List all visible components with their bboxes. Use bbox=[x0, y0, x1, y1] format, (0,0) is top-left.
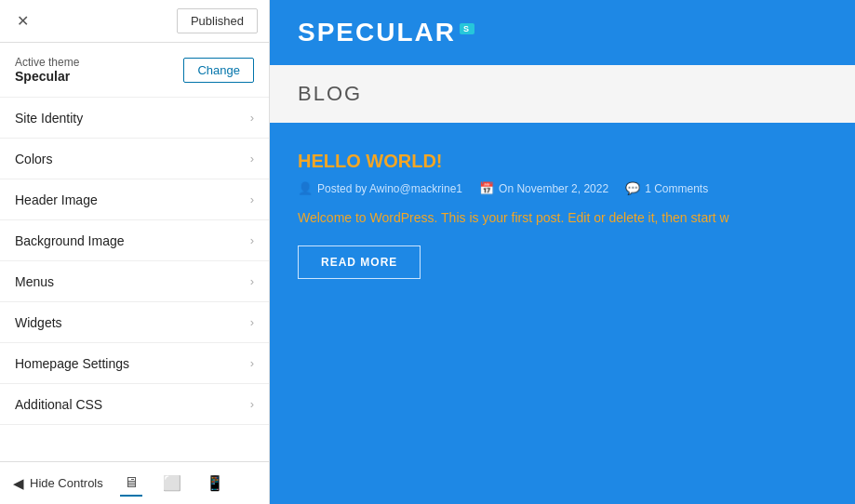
active-theme-section: Active theme Specular Change bbox=[0, 43, 269, 98]
active-theme-info: Active theme Specular bbox=[15, 56, 79, 84]
sidebar-footer: ◀ Hide Controls 🖥 ⬜ 📱 bbox=[0, 461, 269, 504]
hide-controls-button[interactable]: ◀ Hide Controls bbox=[13, 475, 103, 492]
read-more-button[interactable]: READ MORE bbox=[298, 245, 421, 279]
tablet-view-icon[interactable]: ⬜ bbox=[159, 471, 185, 496]
active-theme-label: Active theme bbox=[15, 56, 79, 69]
post-author-label: Posted by Awino@mackrine1 bbox=[317, 182, 462, 195]
post-excerpt: Welcome to WordPress. This is your first… bbox=[298, 210, 827, 225]
blog-title: BLOG bbox=[298, 82, 827, 106]
nav-arrow-site-identity: › bbox=[250, 111, 254, 125]
nav-item-colors[interactable]: Colors › bbox=[0, 139, 269, 179]
site-header: SPECULARS bbox=[270, 0, 855, 65]
sidebar-nav: Site Identity › Colors › Header Image › … bbox=[0, 98, 269, 461]
nav-item-label-background-image: Background Image bbox=[15, 233, 125, 248]
nav-arrow-homepage-settings: › bbox=[250, 356, 254, 370]
nav-item-label-additional-css: Additional CSS bbox=[15, 397, 102, 412]
calendar-icon: 📅 bbox=[479, 181, 494, 195]
nav-item-additional-css[interactable]: Additional CSS › bbox=[0, 384, 269, 425]
content-area: HELLO WORLD! 👤 Posted by Awino@mackrine1… bbox=[270, 123, 855, 504]
mobile-view-icon[interactable]: 📱 bbox=[202, 471, 228, 496]
nav-item-homepage-settings[interactable]: Homepage Settings › bbox=[0, 343, 269, 384]
desktop-view-icon[interactable]: 🖥 bbox=[120, 471, 142, 497]
post-author: 👤 Posted by Awino@mackrine1 bbox=[298, 181, 462, 195]
nav-arrow-menus: › bbox=[250, 274, 254, 288]
change-theme-button[interactable]: Change bbox=[183, 58, 254, 83]
post-date: 📅 On November 2, 2022 bbox=[479, 181, 608, 195]
sidebar: ✕ Published Active theme Specular Change… bbox=[0, 0, 270, 504]
nav-item-label-homepage-settings: Homepage Settings bbox=[15, 356, 129, 371]
nav-arrow-widgets: › bbox=[250, 315, 254, 329]
nav-item-menus[interactable]: Menus › bbox=[0, 261, 269, 302]
post-date-label: On November 2, 2022 bbox=[499, 182, 608, 195]
published-button[interactable]: Published bbox=[177, 8, 258, 33]
post-title: HELLO WORLD! bbox=[298, 151, 827, 172]
nav-item-background-image[interactable]: Background Image › bbox=[0, 220, 269, 261]
post-meta: 👤 Posted by Awino@mackrine1 📅 On Novembe… bbox=[298, 181, 827, 195]
site-title-text: SPECULAR bbox=[298, 18, 456, 46]
nav-item-label-header-image: Header Image bbox=[15, 192, 98, 207]
close-button[interactable]: ✕ bbox=[11, 8, 34, 33]
sidebar-header: ✕ Published bbox=[0, 0, 269, 43]
nav-item-label-menus: Menus bbox=[15, 274, 54, 289]
post-comments: 💬 1 Comments bbox=[625, 181, 708, 195]
active-theme-name: Specular bbox=[15, 69, 79, 84]
site-title-badge: S bbox=[460, 23, 474, 34]
nav-item-site-identity[interactable]: Site Identity › bbox=[0, 98, 269, 139]
preview-area: SPECULARS BLOG HELLO WORLD! 👤 Posted by … bbox=[270, 0, 855, 504]
nav-arrow-additional-css: › bbox=[250, 397, 254, 411]
author-icon: 👤 bbox=[298, 181, 313, 195]
nav-item-label-colors: Colors bbox=[15, 152, 52, 166]
nav-item-widgets[interactable]: Widgets › bbox=[0, 302, 269, 343]
hide-controls-label: Hide Controls bbox=[30, 476, 103, 490]
nav-item-label-site-identity: Site Identity bbox=[15, 111, 83, 126]
site-title: SPECULARS bbox=[298, 18, 474, 47]
close-icon: ✕ bbox=[17, 13, 29, 29]
nav-arrow-colors: › bbox=[250, 152, 254, 166]
hide-controls-icon: ◀ bbox=[13, 475, 24, 492]
nav-arrow-background-image: › bbox=[250, 233, 254, 247]
comment-icon: 💬 bbox=[625, 181, 640, 195]
nav-item-label-widgets: Widgets bbox=[15, 315, 62, 330]
nav-item-header-image[interactable]: Header Image › bbox=[0, 179, 269, 220]
post-comments-label: 1 Comments bbox=[645, 182, 708, 195]
nav-arrow-header-image: › bbox=[250, 192, 254, 206]
blog-section: BLOG bbox=[270, 65, 855, 123]
